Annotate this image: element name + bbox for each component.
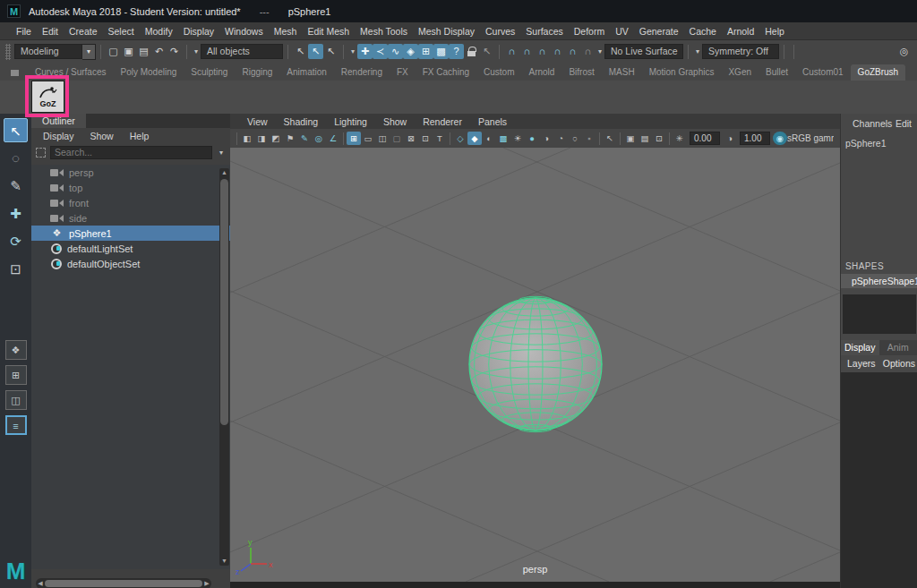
image-plane-icon[interactable]: ✎ (297, 132, 312, 145)
menu-help[interactable]: Help (759, 26, 790, 37)
menu-uv[interactable]: UV (610, 26, 634, 37)
exposure-icon[interactable]: ✳ (673, 132, 687, 145)
color-space-label[interactable]: sRGB gamma (787, 133, 834, 143)
outliner-item-side[interactable]: side (31, 210, 230, 226)
isolate-select-icon[interactable]: ↖ (603, 132, 617, 145)
outliner-item-psphere1[interactable]: ❖ pSphere1 (31, 226, 230, 241)
outliner-item-defaultlightset[interactable]: defaultLightSet (31, 241, 230, 256)
shadows-icon[interactable]: ● (525, 132, 539, 145)
lock-selection-icon[interactable] (464, 44, 479, 59)
viewport-menu-show[interactable]: Show (375, 116, 415, 127)
menu-cache[interactable]: Cache (684, 26, 722, 37)
tab-display-layers[interactable]: Display (841, 340, 879, 355)
lock-camera-icon[interactable]: ◨ (254, 132, 269, 145)
viewport-canvas[interactable]: y x z persp (230, 148, 840, 582)
chevron-down-icon[interactable]: ▾ (348, 47, 357, 55)
shelf-tab-custom01[interactable]: Custom01 (795, 64, 851, 81)
outliner-item-top[interactable]: top (31, 180, 230, 195)
selection-filter-field[interactable]: All objects (201, 44, 283, 59)
edit-menu[interactable]: Edit (896, 118, 912, 129)
outliner-item-defaultobjectset[interactable]: defaultObjectSet (31, 256, 230, 271)
chevron-down-icon[interactable]: ▾ (192, 47, 201, 55)
outliner-search-input[interactable] (50, 146, 212, 159)
grid-toggle-icon[interactable]: ⊞ (347, 132, 361, 145)
shelf-tab-custom[interactable]: Custom (476, 64, 521, 81)
move-tool-icon[interactable]: ✚ (4, 201, 28, 226)
outliner-menu-show[interactable]: Show (81, 131, 121, 141)
scroll-down-icon[interactable]: ▼ (219, 557, 229, 566)
shelf-tab-poly-modeling[interactable]: Poly Modeling (113, 64, 184, 81)
new-scene-icon[interactable]: ▢ (106, 44, 121, 59)
select-camera-icon[interactable]: ◧ (240, 132, 254, 145)
exposure-value-field[interactable]: 0.00 (690, 132, 720, 145)
layout-outliner-persp-button[interactable]: ≡ (5, 415, 27, 435)
visor-eye-icon[interactable]: ◎ (896, 44, 912, 59)
resolution-gate-icon[interactable]: ◫ (375, 132, 390, 145)
tab-anim-layers[interactable]: Anim (879, 340, 917, 355)
select-hierarchy-icon[interactable]: ↖ (293, 44, 308, 59)
outliner-vertical-scrollbar[interactable]: ▲ ▼ (219, 168, 229, 566)
live-surface-field[interactable]: No Live Surface (604, 44, 683, 59)
menu-windows[interactable]: Windows (219, 26, 269, 37)
layout-single-pane-button[interactable]: ❖ (5, 340, 27, 360)
menu-modify[interactable]: Modify (140, 26, 178, 37)
chevron-down-icon[interactable]: ▾ (217, 149, 226, 157)
lasso-tool-icon[interactable]: ◌ (4, 146, 28, 170)
outliner-item-front[interactable]: front (31, 195, 230, 210)
menu-create[interactable]: Create (64, 26, 103, 37)
multi-component-mask-icon[interactable]: ✚ (357, 44, 373, 59)
snap-to-view-plane-icon[interactable]: ∩ (565, 44, 580, 59)
scrollbar-thumb[interactable] (45, 580, 202, 587)
shelf-tab-rigging[interactable]: Rigging (235, 64, 279, 81)
zoom-region-icon[interactable]: ⊡ (652, 132, 666, 145)
chevron-down-icon[interactable]: ▾ (82, 44, 96, 60)
make-live-icon[interactable]: ∩ (580, 44, 596, 59)
shelf-tab-motion-graphics[interactable]: Motion Graphics (642, 64, 722, 81)
shelf-tab-animation[interactable]: Animation (279, 64, 333, 81)
menu-curves[interactable]: Curves (480, 26, 520, 37)
menu-select[interactable]: Select (103, 26, 140, 37)
menu-surfaces[interactable]: Surfaces (520, 26, 568, 37)
symmetry-field[interactable]: Symmetry: Off (702, 44, 779, 59)
gate-mask-icon[interactable]: ▢ (390, 132, 404, 145)
highlight-selection-icon[interactable]: ↖ (479, 44, 494, 59)
shelf-tab-bifrost[interactable]: Bifrost (561, 64, 601, 81)
use-all-lights-icon[interactable]: ☀ (510, 132, 525, 145)
scroll-left-icon[interactable]: ◀ (36, 580, 45, 587)
menu-arnold[interactable]: Arnold (722, 26, 759, 37)
shelf-tab-mash[interactable]: MASH (602, 64, 642, 81)
options-menu[interactable]: Options (883, 358, 915, 369)
scroll-up-icon[interactable]: ▲ (219, 168, 229, 177)
menu-file[interactable]: File (11, 26, 37, 37)
shelf-tab-bullet[interactable]: Bullet (758, 64, 795, 81)
contrast-icon[interactable]: ◑ (723, 132, 737, 145)
status-line-grip[interactable] (5, 44, 11, 60)
snap-to-grid-icon[interactable]: ∩ (504, 44, 519, 59)
shelf-tab-gozbrush[interactable]: GoZBrush (851, 64, 906, 81)
camera-attributes-icon[interactable]: ◩ (269, 132, 283, 145)
motion-blur-icon[interactable]: ◔ (553, 132, 568, 145)
plate-icon[interactable]: ▪ (582, 132, 596, 145)
rotate-tool-icon[interactable]: ⟳ (4, 229, 28, 253)
face-mask-icon[interactable]: ◈ (403, 44, 418, 59)
menu-mesh[interactable]: Mesh (269, 26, 303, 37)
menu-edit[interactable]: Edit (37, 26, 64, 37)
snap-to-point-icon[interactable]: ∩ (535, 44, 550, 59)
menu-deform[interactable]: Deform (569, 26, 610, 37)
outliner-item-persp[interactable]: persp (31, 165, 230, 180)
viewport-menu-renderer[interactable]: Renderer (415, 116, 470, 127)
scroll-right-icon[interactable]: ▶ (202, 580, 211, 587)
menuset-dropdown[interactable]: Modeling ▾ (14, 44, 96, 60)
smooth-shade-icon[interactable]: ◆ (467, 132, 482, 145)
help-line-icon[interactable]: ? (449, 44, 464, 59)
paint-selection-tool-icon[interactable]: ✎ (4, 174, 28, 198)
menu-mesh-tools[interactable]: Mesh Tools (355, 26, 413, 37)
open-scene-icon[interactable]: ▣ (121, 44, 136, 59)
chevron-down-icon[interactable]: ▾ (596, 47, 604, 55)
menu-display[interactable]: Display (178, 26, 219, 37)
shelf-tab-fx[interactable]: FX (390, 64, 416, 81)
psphere1-object[interactable] (469, 296, 602, 431)
wireframe-display-icon[interactable]: ◇ (453, 132, 467, 145)
outliner-horizontal-scrollbar[interactable]: ◀ ▶ (36, 578, 211, 588)
viewport-menu-lighting[interactable]: Lighting (326, 116, 375, 127)
